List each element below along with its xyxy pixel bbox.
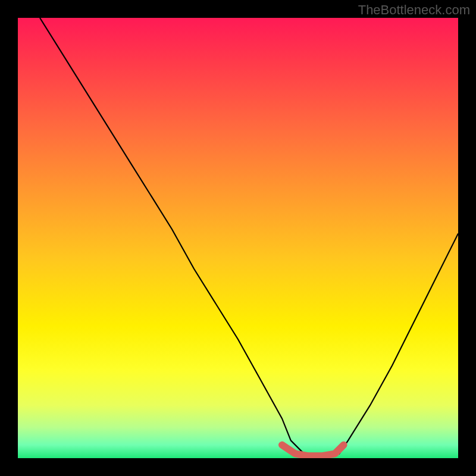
plot-area [18, 18, 458, 458]
bottleneck-curve-path [40, 18, 458, 458]
curve-overlay [18, 18, 458, 458]
watermark-text: TheBottleneck.com [358, 2, 470, 18]
highlight-segment-path [282, 445, 344, 456]
